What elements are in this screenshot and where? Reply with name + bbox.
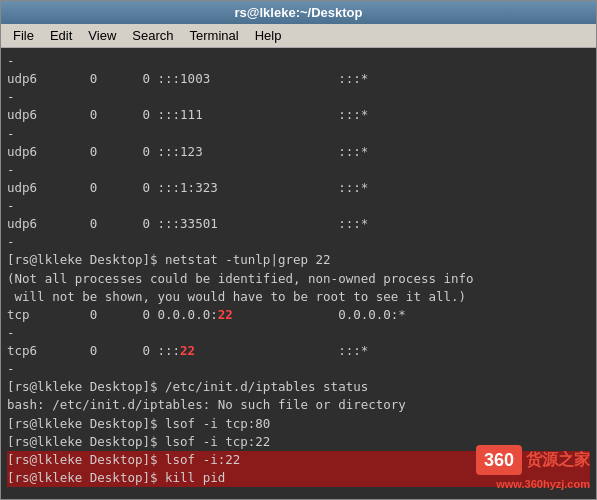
menu-bar: File Edit View Search Terminal Help [1,24,596,48]
menu-view[interactable]: View [80,26,124,45]
menu-search[interactable]: Search [124,26,181,45]
watermark: 360 货源之家 www.360hyzj.com [476,445,590,493]
title-bar: rs@lkleke:~/Desktop [1,1,596,24]
window-title: rs@lkleke:~/Desktop [235,5,363,20]
menu-help[interactable]: Help [247,26,290,45]
terminal-window: rs@lkleke:~/Desktop File Edit View Searc… [0,0,597,500]
menu-edit[interactable]: Edit [42,26,80,45]
menu-terminal[interactable]: Terminal [182,26,247,45]
watermark-badge: 360 [476,445,522,475]
menu-file[interactable]: File [5,26,42,45]
watermark-subtitle: 货源之家 [526,448,590,471]
terminal-body[interactable]: -udp6 0 0 :::1003 :::*-udp6 0 0 :::111 :… [1,48,596,499]
watermark-url: www.360hyzj.com [496,477,590,493]
terminal-content: -udp6 0 0 :::1003 :::*-udp6 0 0 :::111 :… [7,52,590,487]
